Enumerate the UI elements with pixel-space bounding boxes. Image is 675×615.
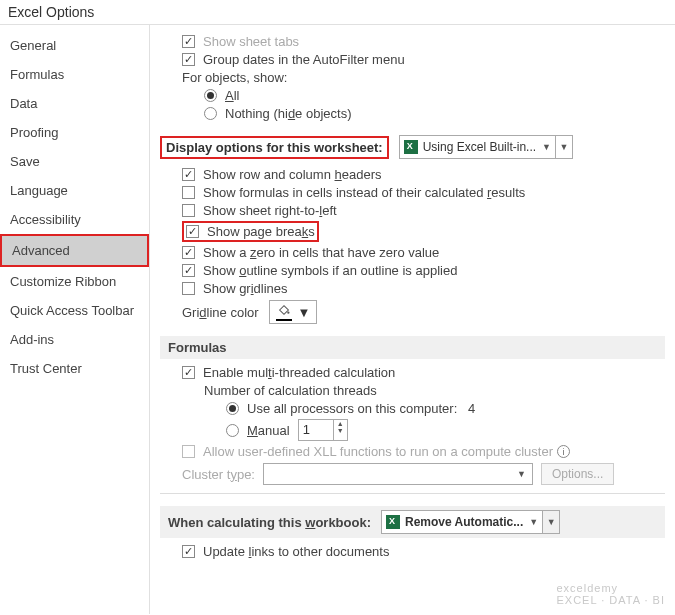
sidebar-item-trust-center[interactable]: Trust Center (0, 354, 149, 383)
label-zero-values: Show a zero in cells that have zero valu… (203, 245, 439, 260)
sidebar-item-qat[interactable]: Quick Access Toolbar (0, 296, 149, 325)
paint-bucket-icon (276, 303, 292, 321)
checkbox-sheet-rtl[interactable] (182, 204, 195, 217)
sidebar-item-general[interactable]: General (0, 31, 149, 60)
checkbox-formulas-in-cells[interactable] (182, 186, 195, 199)
svg-point-0 (287, 311, 289, 313)
highlight-page-breaks: Show page breaks (182, 221, 319, 242)
sidebar-item-data[interactable]: Data (0, 89, 149, 118)
checkbox-page-breaks[interactable] (186, 225, 199, 238)
label-all: All (225, 88, 239, 103)
label-gridlines: Show gridlines (203, 281, 288, 296)
watermark: exceldemyEXCEL · DATA · BI (557, 582, 666, 606)
radio-all[interactable] (204, 89, 217, 102)
sidebar-item-addins[interactable]: Add-ins (0, 325, 149, 354)
chevron-down-icon: ▼ (517, 469, 526, 479)
checkbox-allow-xll (182, 445, 195, 458)
cluster-options-button: Options... (541, 463, 614, 485)
label-for-objects: For objects, show: (182, 70, 288, 85)
label-allow-xll: Allow user-defined XLL functions to run … (203, 444, 553, 459)
sidebar-item-proofing[interactable]: Proofing (0, 118, 149, 147)
sidebar-item-formulas[interactable]: Formulas (0, 60, 149, 89)
label-page-breaks: Show page breaks (207, 224, 315, 239)
checkbox-show-sheet-tabs[interactable] (182, 35, 195, 48)
sidebar-item-language[interactable]: Language (0, 176, 149, 205)
worksheet-dropdown-split[interactable]: ▼ (555, 135, 573, 159)
spin-up-icon[interactable]: ▲ (334, 420, 347, 427)
label-manual: Manual (247, 423, 290, 438)
label-multi-thread: Enable multi-threaded calculation (203, 365, 395, 380)
workbook-dropdown-split[interactable]: ▼ (542, 510, 560, 534)
label-update-links: Update links to other documents (203, 544, 389, 559)
cluster-type-select[interactable]: ▼ (263, 463, 533, 485)
label-cluster-type: Cluster type: (182, 467, 255, 482)
sidebar-item-advanced[interactable]: Advanced (0, 234, 149, 267)
checkbox-row-col-headers[interactable] (182, 168, 195, 181)
label-show-sheet-tabs: Show sheet tabs (203, 34, 299, 49)
section-display-worksheet: Display options for this worksheet: (160, 136, 389, 159)
content-pane: Show sheet tabs Group dates in the AutoF… (150, 25, 675, 614)
radio-manual[interactable] (226, 424, 239, 437)
section-when-calculating: When calculating this workbook: (168, 515, 371, 530)
label-num-threads: Number of calculation threads (204, 383, 377, 398)
sidebar-item-customize-ribbon[interactable]: Customize Ribbon (0, 267, 149, 296)
excel-icon (386, 515, 400, 529)
info-icon[interactable]: i (557, 445, 570, 458)
excel-icon (404, 140, 418, 154)
spin-down-icon[interactable]: ▼ (334, 427, 347, 434)
window-title: Excel Options (0, 0, 675, 25)
sidebar-item-accessibility[interactable]: Accessibility (0, 205, 149, 234)
label-group-dates: Group dates in the AutoFilter menu (203, 52, 405, 67)
label-gridline-color: Gridline color (182, 305, 259, 320)
chevron-down-icon: ▼ (529, 517, 538, 527)
label-use-all-procs: Use all processors on this computer: 4 (247, 401, 475, 416)
checkbox-update-links[interactable] (182, 545, 195, 558)
section-formulas: Formulas (160, 336, 665, 359)
label-formulas-in-cells: Show formulas in cells instead of their … (203, 185, 525, 200)
label-row-col-headers: Show row and column headers (203, 167, 382, 182)
chevron-down-icon: ▼ (298, 305, 311, 320)
checkbox-outline-symbols[interactable] (182, 264, 195, 277)
checkbox-multi-thread[interactable] (182, 366, 195, 379)
manual-threads-spinner[interactable]: 1 ▲▼ (298, 419, 348, 441)
sidebar-nav: General Formulas Data Proofing Save Lang… (0, 25, 150, 614)
label-outline-symbols: Show outline symbols if an outline is ap… (203, 263, 457, 278)
checkbox-group-dates[interactable] (182, 53, 195, 66)
checkbox-gridlines[interactable] (182, 282, 195, 295)
gridline-color-picker[interactable]: ▼ (269, 300, 318, 324)
radio-use-all-procs[interactable] (226, 402, 239, 415)
chevron-down-icon: ▼ (542, 142, 551, 152)
checkbox-zero-values[interactable] (182, 246, 195, 259)
radio-nothing[interactable] (204, 107, 217, 120)
label-sheet-rtl: Show sheet right-to-left (203, 203, 337, 218)
label-nothing: Nothing (hide objects) (225, 106, 351, 121)
worksheet-dropdown[interactable]: Using Excel Built-in... ▼ (399, 135, 556, 159)
workbook-dropdown[interactable]: Remove Automatic... ▼ (381, 510, 543, 534)
sidebar-item-save[interactable]: Save (0, 147, 149, 176)
